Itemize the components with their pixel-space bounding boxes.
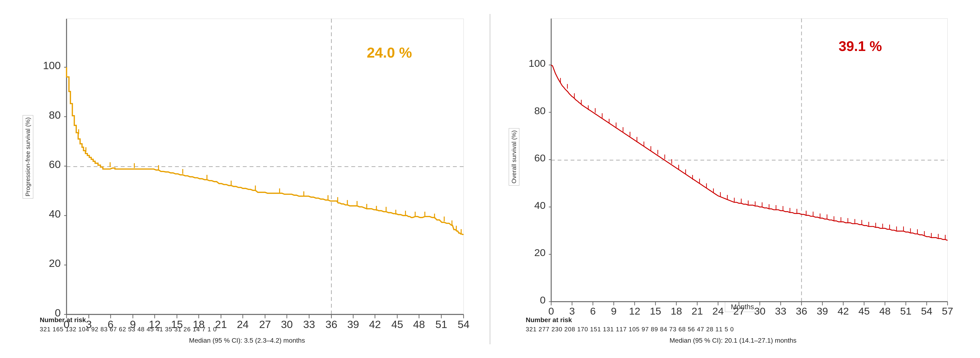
svg-text:6: 6	[108, 318, 113, 330]
chart2-area: Overall survival (%) 0 20	[507, 14, 959, 300]
svg-text:12: 12	[148, 318, 160, 330]
svg-text:33: 33	[303, 318, 315, 330]
svg-text:6: 6	[590, 305, 596, 317]
svg-text:51: 51	[900, 305, 912, 317]
svg-text:15: 15	[650, 305, 661, 317]
svg-text:45: 45	[391, 318, 403, 330]
svg-text:24.0 %: 24.0 %	[367, 44, 412, 61]
svg-text:24: 24	[713, 305, 724, 317]
chart-divider	[490, 14, 490, 344]
chart2-svg: 0 20 40 60 80 100 0 3	[523, 14, 959, 339]
svg-text:20: 20	[49, 257, 60, 269]
svg-text:3: 3	[569, 305, 575, 317]
svg-text:27: 27	[733, 305, 745, 317]
svg-text:100: 100	[528, 58, 546, 69]
svg-text:3: 3	[86, 318, 92, 330]
chart1-wrapper: Progression-free survival (%)	[21, 14, 473, 344]
svg-text:36: 36	[325, 318, 337, 330]
svg-text:39.1 %: 39.1 %	[838, 38, 882, 54]
svg-text:36: 36	[796, 305, 807, 317]
svg-text:45: 45	[858, 305, 870, 317]
svg-text:100: 100	[43, 59, 60, 72]
svg-text:80: 80	[534, 105, 546, 116]
svg-text:30: 30	[754, 305, 765, 317]
svg-text:15: 15	[171, 318, 183, 330]
svg-text:0: 0	[540, 294, 546, 305]
svg-text:51: 51	[435, 318, 447, 330]
svg-text:21: 21	[692, 305, 703, 317]
svg-text:12: 12	[629, 305, 640, 317]
chart2-y-label: Overall survival (%)	[509, 128, 519, 185]
svg-text:9: 9	[611, 305, 616, 317]
svg-text:60: 60	[49, 158, 60, 170]
svg-text:0: 0	[55, 307, 60, 319]
charts-container: Progression-free survival (%)	[7, 5, 974, 354]
chart2-wrapper: Overall survival (%) 0 20	[507, 14, 959, 344]
svg-text:42: 42	[838, 305, 849, 317]
chart1-plot: 0 20 40 60 80 100 0	[38, 14, 473, 300]
svg-text:27: 27	[259, 318, 271, 330]
svg-text:20: 20	[534, 247, 546, 258]
svg-text:39: 39	[347, 318, 359, 330]
svg-text:54: 54	[458, 318, 469, 330]
svg-text:39: 39	[817, 305, 828, 317]
svg-text:0: 0	[64, 318, 69, 330]
svg-text:57: 57	[942, 305, 953, 317]
svg-text:54: 54	[921, 305, 932, 317]
svg-text:80: 80	[49, 109, 60, 121]
svg-text:60: 60	[534, 152, 546, 163]
svg-text:40: 40	[49, 208, 60, 220]
svg-text:9: 9	[130, 318, 136, 330]
chart1-y-label: Progression-free survival (%)	[22, 115, 33, 198]
svg-text:18: 18	[192, 318, 204, 330]
svg-text:42: 42	[369, 318, 381, 330]
svg-text:48: 48	[879, 305, 891, 317]
svg-text:40: 40	[534, 200, 546, 211]
svg-text:33: 33	[775, 305, 786, 317]
chart1-area: Progression-free survival (%)	[21, 14, 473, 300]
chart2-plot: 0 20 40 60 80 100 0 3	[523, 14, 959, 300]
svg-text:30: 30	[281, 318, 293, 330]
chart1-svg: 0 20 40 60 80 100 0	[38, 14, 473, 353]
svg-text:21: 21	[215, 318, 227, 330]
svg-text:24: 24	[237, 318, 248, 330]
svg-text:48: 48	[413, 318, 425, 330]
svg-text:0: 0	[548, 305, 554, 317]
svg-text:18: 18	[671, 305, 682, 317]
